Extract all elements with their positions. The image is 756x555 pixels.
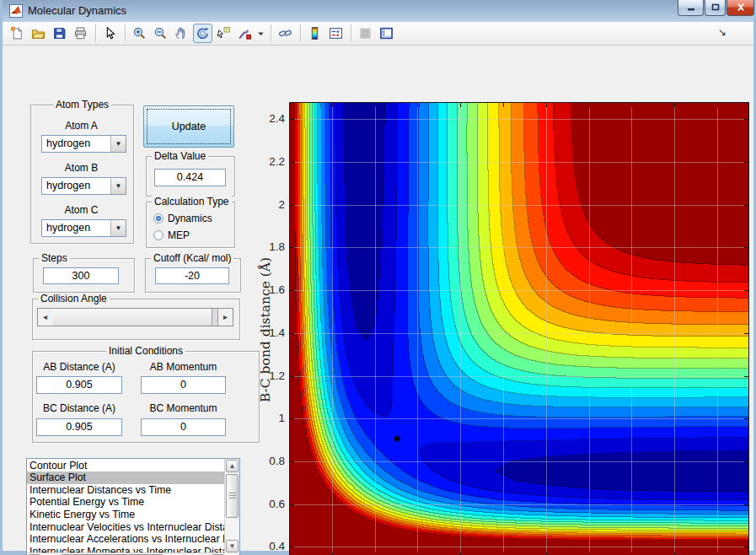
listbox-vertical-scrollbar[interactable]: ▲ ▼ [224,459,239,553]
cutoff-input[interactable]: -20 [155,267,229,284]
y-tick-label: 2.4 [253,112,285,125]
y-tick-label: 1.8 [253,240,285,253]
chevron-down-icon[interactable]: ▼ [110,220,126,236]
slider-thumb[interactable] [52,309,212,326]
zoom-out-button[interactable] [151,24,170,43]
initial-conditions-title: Initial Conditions [106,345,185,357]
list-item[interactable]: Internuclear Accelerations vs Internucle… [27,533,225,546]
steps-input[interactable]: 300 [43,267,119,284]
link-plots-icon [278,26,292,40]
atom-c-select[interactable]: hydrogen ▼ [41,219,126,237]
slider-right-arrow-icon[interactable]: ▸ [217,309,233,326]
bc-momentum-label: BC Momentum [141,402,226,414]
radio-dynamics-circle-icon[interactable] [153,213,164,224]
list-item[interactable]: Potential Energy vs Time [27,496,225,509]
insert-legend-icon [329,26,343,40]
data-cursor-icon [217,26,231,40]
open-file-button[interactable] [29,24,48,43]
window-title: Molecular Dynamics [28,0,126,22]
maximize-button[interactable] [705,0,726,16]
bc-distance-label: BC Distance (A) [36,402,122,414]
ab-distance-input[interactable]: 0.905 [36,376,122,394]
y-tick-label: 0.4 [253,540,285,552]
insert-colorbar-button[interactable] [305,24,324,43]
bc-momentum-input[interactable]: 0 [141,418,226,436]
update-button[interactable]: Update [143,105,234,148]
brush-button[interactable] [235,24,255,43]
list-item[interactable]: Internuclear Velocities vs Internuclear … [27,521,225,534]
contour-plot[interactable] [289,102,749,555]
show-plot-tools-button[interactable] [377,24,396,43]
listbox-items: Contour PlotSurface PlotInternuclear Dis… [27,459,225,553]
save-figure-icon [52,26,67,40]
collision-angle-slider[interactable]: ◂ ▸ [37,308,233,326]
show-plot-tools-icon [379,26,394,40]
cutoff-title: Cutoff (Kcal/ mol) [151,252,233,264]
toolbar [3,22,753,46]
atom-c-label: Atom C [30,204,132,216]
toolbar-separator [95,24,97,42]
open-file-icon [31,26,46,40]
list-item[interactable]: Contour Plot [27,460,225,472]
brush-icon [238,26,252,40]
save-figure-button[interactable] [50,24,69,43]
collision-angle-title: Collision Angle [38,293,110,304]
new-figure-icon [10,26,24,40]
dock-figure-arrow-icon[interactable]: ↘ [718,26,727,38]
zoom-in-button[interactable] [130,24,149,43]
pan-button[interactable] [172,24,191,43]
vertical-scroll-thumb[interactable] [226,474,239,518]
insert-legend-button[interactable] [326,24,346,43]
atom-a-label: Atom A [30,120,132,132]
y-tick-label: 2 [253,198,285,211]
plot-type-listbox[interactable]: Contour PlotSurface PlotInternuclear Dis… [26,458,240,555]
chevron-down-icon[interactable]: ▼ [110,178,126,194]
new-figure-button[interactable] [8,24,27,43]
radio-mep[interactable]: MEP [153,229,190,242]
matlab-logo-icon [9,4,23,18]
y-tick-label: 0.6 [253,498,285,510]
insert-colorbar-icon [308,26,322,40]
chevron-down-icon[interactable]: ▼ [110,136,126,152]
ab-momentum-input[interactable]: 0 [141,376,226,394]
delta-value-input[interactable]: 0.424 [154,169,226,186]
slider-left-arrow-icon[interactable]: ◂ [38,309,53,326]
contour-canvas[interactable] [289,102,749,555]
calculation-type-title: Calculation Type [152,196,232,207]
brush-caret-icon [254,26,268,40]
minimize-button[interactable] [678,0,704,16]
radio-mep-label: MEP [168,229,190,241]
y-tick-label: 0.8 [253,455,285,467]
radio-mep-circle-icon[interactable] [153,230,164,240]
edit-plot-icon [103,26,117,40]
link-plots-button[interactable] [276,24,295,43]
toolbar-separator [271,24,272,42]
ab-momentum-label: AB Momentum [141,361,226,373]
atom-a-select[interactable]: hydrogen ▼ [41,135,126,153]
bc-distance-input[interactable]: 0.905 [36,418,122,436]
close-button[interactable] [727,0,754,16]
hide-plot-tools-button[interactable] [356,24,375,43]
edit-plot-button[interactable] [100,24,120,43]
pan-icon [174,26,189,40]
calculation-type-panel: Calculation Type Dynamics MEP [146,202,235,248]
data-cursor-button[interactable] [214,24,233,43]
radio-dynamics-label: Dynamics [168,213,212,224]
figure-client-area: Atom Types Atom A hydrogen ▼ Atom B hydr… [3,46,753,551]
radio-dynamics[interactable]: Dynamics [153,212,212,225]
atom-b-select[interactable]: hydrogen ▼ [41,177,126,195]
zoom-in-icon [132,26,147,40]
rotate-3d-button[interactable] [193,24,212,43]
titlebar[interactable]: Molecular Dynamics [3,0,753,23]
toolbar-separator [351,24,352,42]
print-figure-button[interactable] [71,24,90,43]
app-window: Molecular Dynamics ↘ Atom Types Atom A h… [0,0,756,555]
steps-title: Steps [39,252,70,264]
brush-caret-button[interactable] [256,24,265,43]
atom-b-label: Atom B [30,162,132,174]
list-item[interactable]: Surface Plot [27,471,225,484]
scroll-down-arrow-icon[interactable]: ▼ [226,540,239,552]
list-item[interactable]: Internuclear Distances vs Time [27,484,225,497]
scroll-up-arrow-icon[interactable]: ▲ [226,460,239,472]
list-item[interactable]: Kinetic Energy vs Time [27,509,225,521]
